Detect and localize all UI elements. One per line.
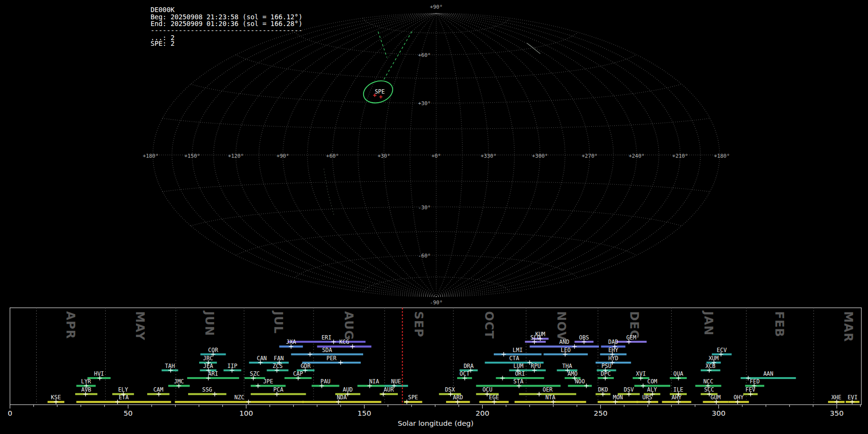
axis-tick-label: 50 (123, 409, 133, 418)
month-label: JAN (702, 310, 715, 336)
graticule-meridian (436, 14, 701, 297)
shower-code-label: NZC (234, 394, 244, 401)
shower-code-label: PCA (273, 386, 284, 393)
shower-code-label: IIP (228, 363, 238, 369)
ecliptic-longitude-label: +0° (432, 153, 441, 159)
shower-code-label: ORI (515, 370, 525, 377)
spe-meteor-trail (378, 31, 387, 57)
shower-code-label: GDR (300, 363, 311, 369)
shower-code-label: COM (647, 378, 657, 385)
meteor-trails (324, 31, 541, 215)
shower-code-label: PAU (321, 378, 331, 385)
shower-code-label: XHE (831, 394, 841, 401)
ecliptic-latitude-label: -60° (418, 253, 431, 259)
shower-code-label: JEA (203, 363, 213, 369)
shower-code-label: JRC (203, 355, 213, 362)
shower-code-label: ILE (673, 386, 683, 393)
shower-code-label: MON (613, 394, 623, 401)
axis-tick-label: 300 (712, 409, 725, 418)
shower-peak-mark (213, 392, 217, 396)
shower-code-label: ZCS (272, 363, 283, 369)
south-pole-label: -90° (430, 299, 442, 306)
graticule-parallel (363, 18, 509, 33)
observation-info-block: DE000K Beg: 20250908 21:23:58 (sol = 166… (150, 6, 302, 47)
shower-code-label: THA (562, 363, 572, 369)
x-axis-title: Solar longitude (deg) (398, 419, 474, 428)
shower-code-label: XUM (708, 355, 719, 362)
shower-code-label: DSX (445, 386, 455, 393)
month-label: SEP (412, 311, 425, 338)
shower-code-label: RPU (531, 363, 541, 369)
month-label: OCT (482, 311, 496, 339)
shower-code-label: FEV (746, 386, 756, 393)
spe-radiant-group: SPE (361, 77, 395, 107)
shower-code-label: JMC (174, 378, 184, 385)
shower-code-label: NTA (545, 394, 556, 401)
shower-code-label: OBS (579, 334, 589, 341)
axis-tick-label: 350 (830, 409, 843, 418)
shower-code-label: XCB (705, 363, 716, 369)
shower-code-label: SDA (322, 347, 332, 353)
shower-code-label: NOO (575, 378, 585, 385)
axis-tick-label: 250 (594, 409, 607, 418)
shower-code-label: KCG (339, 339, 349, 345)
axis-tick-label: 150 (357, 409, 371, 418)
graticule-meridian (436, 14, 515, 297)
shower-code-label: DAD (608, 339, 618, 345)
shower-code-label: AUD (343, 386, 353, 393)
graticule-meridian (214, 14, 436, 297)
shower-code-label: OCT (460, 370, 470, 377)
shower-peak-mark (350, 344, 354, 349)
shower-peak-mark (641, 384, 645, 388)
shower-peak-mark (331, 339, 336, 344)
shower-code-label: FAN (274, 355, 284, 362)
ecliptic-longitude-label: +90° (276, 153, 289, 159)
ecliptic-longitude-label: +120° (228, 153, 244, 159)
graticule-parallel (191, 84, 682, 103)
shower-code-label: HYD (608, 355, 618, 362)
ecliptic-longitude-label: +270° (582, 153, 597, 159)
shower-code-label: LYR (81, 378, 91, 385)
shower-code-label: PER (326, 355, 337, 362)
ecliptic-longitude-label: +180° (143, 153, 159, 159)
shower-code-label: JPE (263, 378, 273, 385)
shower-code-label: SCC (704, 386, 714, 393)
ecliptic-longitude-label: +210° (672, 153, 688, 159)
ecliptic-latitude-label: -30° (418, 204, 431, 211)
shower-code-label: COR (208, 347, 218, 353)
shower-code-label: LUM (514, 363, 524, 369)
shower-code-label: CTA (509, 355, 519, 362)
shower-code-label: LMI (513, 347, 523, 353)
shower-code-label: TAH (165, 363, 175, 369)
ecliptic-longitude-label: +60° (326, 153, 339, 159)
shower-code-label: PSU (601, 363, 611, 369)
shower-code-label: OER (542, 386, 553, 393)
month-label: AUG (342, 311, 355, 340)
shower-peak-mark (256, 384, 260, 388)
graticule-parallel (236, 55, 637, 79)
month-label: JUL (271, 310, 285, 334)
shower-code-label: ALY (647, 386, 657, 393)
month-label: APR (64, 311, 77, 339)
sporadic-meteor-trail (324, 169, 334, 215)
ecliptic-latitude-label: +60° (418, 52, 431, 58)
ecliptic-longitude-label: +30° (378, 153, 390, 159)
shower-code-label: NCC (703, 378, 713, 385)
shower-code-label: ERI (322, 334, 332, 341)
shower-code-label: SZC (250, 370, 260, 377)
shower-peak-mark (339, 360, 343, 365)
shower-code-label: CAM (153, 386, 163, 393)
ecliptic-latitude-label: +30° (418, 100, 431, 107)
shower-code-label: NDA (337, 394, 347, 401)
shower-code-label: KSE (51, 394, 61, 401)
ecliptic-longitude-label: +240° (629, 153, 645, 159)
shower-peak-mark (308, 352, 312, 356)
shower-code-label: FED (750, 378, 760, 385)
shower-code-label: ELY (118, 386, 128, 393)
radiant-meteor-mark (379, 95, 382, 98)
shower-code-label: XVI (636, 370, 646, 377)
shower-peak-mark (246, 400, 251, 404)
ecliptic-longitude-label: +150° (184, 153, 200, 159)
shower-code-label: HVI (94, 370, 104, 377)
graticule-meridian (172, 14, 436, 297)
